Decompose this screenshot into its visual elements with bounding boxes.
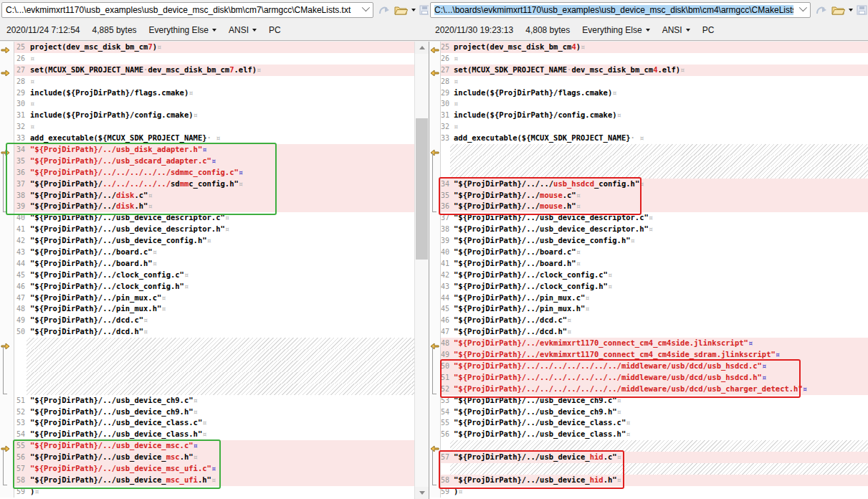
code-row[interactable]: 37"${ProjDirPath}/../../../../../sdmmc_c… bbox=[0, 179, 414, 190]
code-row[interactable]: 45"${ProjDirPath}/../clock_config.c"¤ bbox=[0, 270, 414, 281]
code-row[interactable]: 49"${ProjDirPath}/../dcd.c"¤ bbox=[0, 315, 414, 326]
code-line[interactable]: "${ProjDirPath}/../usb_device_config.h"¤ bbox=[450, 235, 868, 247]
code-row[interactable]: 43"${ProjDirPath}/../board.c"¤ bbox=[0, 247, 414, 258]
code-line[interactable]: "${ProjDirPath}/../../usb_hsdcd_config.h… bbox=[450, 179, 868, 190]
code-row[interactable]: 51"${ProjDirPath}/../../../../../../../m… bbox=[429, 372, 868, 384]
scrollbar-thumb[interactable] bbox=[416, 118, 428, 260]
code-row[interactable]: 33add_executable(${MCUX_SDK_PROJECT_NAME… bbox=[0, 133, 414, 144]
code-row[interactable] bbox=[429, 167, 868, 179]
code-line[interactable]: "${ProjDirPath}/../usb_device_hid.h"¤ bbox=[450, 475, 868, 486]
code-line[interactable]: "${ProjDirPath}/../evkmimxrt1170_connect… bbox=[450, 349, 868, 361]
scroll-up-button[interactable] bbox=[415, 42, 429, 54]
code-line[interactable]: include(${ProjDirPath}/flags.cmake)¤ bbox=[450, 87, 868, 99]
code-row[interactable]: 43"${ProjDirPath}/../clock_config.h"¤ bbox=[429, 281, 868, 293]
missing-lines-filler[interactable] bbox=[450, 167, 868, 179]
code-line[interactable]: "${ProjDirPath}/../usb_device_hid.c"¤ bbox=[450, 452, 868, 463]
code-row[interactable]: 58"${ProjDirPath}/../usb_device_hid.h"¤ bbox=[429, 475, 868, 486]
code-row[interactable]: 42"${ProjDirPath}/../clock_config.c"¤ bbox=[429, 270, 868, 281]
code-row[interactable]: 46"${ProjDirPath}/../dcd.c"¤ bbox=[429, 315, 868, 326]
code-line[interactable]: "${ProjDirPath}/../usb_device_msc_ufi.h"… bbox=[27, 475, 414, 486]
code-line[interactable]: "${ProjDirPath}/../usb_device_msc.h"¤ bbox=[27, 452, 414, 463]
code-line[interactable]: "${ProjDirPath}/../usb_device_config.h"¤ bbox=[27, 235, 414, 247]
code-line[interactable]: "${ProjDirPath}/../clock_config.h"¤ bbox=[27, 281, 414, 293]
code-row[interactable]: 36"${ProjDirPath}/../../../../../sdmmc_c… bbox=[0, 167, 414, 179]
left-file-type-dropdown[interactable]: Everything Else bbox=[149, 25, 216, 35]
code-row[interactable]: 50"${ProjDirPath}/../../../../../../../m… bbox=[429, 361, 868, 372]
missing-lines-filler[interactable] bbox=[450, 156, 868, 167]
code-line[interactable]: ¤ bbox=[27, 76, 414, 87]
code-row[interactable]: 41"${ProjDirPath}/../usb_device_descript… bbox=[0, 224, 414, 235]
right-file-type-dropdown[interactable]: Everything Else bbox=[582, 25, 649, 35]
code-row[interactable]: 40"${ProjDirPath}/../usb_device_descript… bbox=[0, 212, 414, 224]
code-row[interactable]: 39"${ProjDirPath}/../disk.h"¤ bbox=[0, 201, 414, 212]
code-row[interactable]: 48"${ProjDirPath}/../pin_mux.h"¤ bbox=[0, 303, 414, 315]
folder-dropdown-icon[interactable] bbox=[849, 9, 853, 11]
code-line[interactable]: "${ProjDirPath}/../usb_device_class.c"¤ bbox=[27, 417, 414, 429]
code-line[interactable]: "${ProjDirPath}/../mouse.h"¤ bbox=[450, 201, 868, 212]
code-row[interactable] bbox=[429, 156, 868, 167]
open-folder-icon[interactable] bbox=[831, 5, 845, 15]
code-line[interactable]: "${ProjDirPath}/../../../../../../../mid… bbox=[450, 361, 868, 372]
code-line[interactable]: "${ProjDirPath}/../usb_device_descriptor… bbox=[450, 224, 868, 235]
code-line[interactable]: "${ProjDirPath}/../usb_device_msc_ufi.c"… bbox=[27, 463, 414, 475]
code-row[interactable]: 31include(${ProjDirPath}/config.cmake)¤ bbox=[0, 110, 414, 121]
code-row[interactable]: 38"${ProjDirPath}/../usb_device_descript… bbox=[429, 224, 868, 235]
code-row[interactable]: 29include(${ProjDirPath}/flags.cmake)¤ bbox=[429, 87, 868, 99]
left-code-pane[interactable]: 25project(dev_msc_disk_bm_cm7)¤26¤27set(… bbox=[0, 42, 414, 499]
code-row[interactable]: 55"${ProjDirPath}/../usb_device_class.c"… bbox=[429, 417, 868, 429]
code-line[interactable]: "${ProjDirPath}/../disk.c"¤ bbox=[27, 190, 414, 201]
code-line[interactable]: "${ProjDirPath}/../../../../../../../mid… bbox=[450, 384, 868, 395]
left-path-combobox[interactable]: C:\...\evkmimxrt1170\usb_examples\usb_de… bbox=[1, 2, 373, 18]
open-folder-icon[interactable] bbox=[394, 5, 408, 15]
code-line[interactable]: "${ProjDirPath}/../usb_device_descriptor… bbox=[27, 212, 414, 224]
code-line[interactable]: "${ProjDirPath}/../pin_mux.c"¤ bbox=[450, 293, 868, 304]
code-line[interactable]: add_executable(${MCUX_SDK_PROJECT_NAME}·… bbox=[450, 133, 868, 144]
code-line[interactable]: "${ProjDirPath}/../usb_device_ch9.c"¤ bbox=[450, 395, 868, 407]
code-row[interactable]: 39"${ProjDirPath}/../usb_device_config.h… bbox=[429, 235, 868, 247]
missing-lines-filler[interactable] bbox=[450, 144, 868, 156]
code-row[interactable]: 59)¤ bbox=[0, 486, 414, 498]
code-row[interactable]: 52"${ProjDirPath}/../usb_device_ch9.h"¤ bbox=[0, 407, 414, 418]
code-row[interactable]: 37"${ProjDirPath}/../usb_device_descript… bbox=[429, 212, 868, 224]
code-row[interactable]: 26¤ bbox=[0, 53, 414, 65]
left-encoding-dropdown[interactable]: ANSI bbox=[229, 25, 257, 35]
code-line[interactable]: ¤ bbox=[450, 76, 868, 87]
code-line[interactable]: "${ProjDirPath}/../../../../../sdmmc_con… bbox=[27, 167, 414, 179]
code-row[interactable]: 42"${ProjDirPath}/../usb_device_config.h… bbox=[0, 235, 414, 247]
code-row[interactable]: 31include(${ProjDirPath}/config.cmake)¤ bbox=[429, 110, 868, 121]
code-line[interactable]: "${ProjDirPath}/../usb_device_msc.c"¤ bbox=[27, 440, 414, 452]
code-line[interactable]: "${ProjDirPath}/../pin_mux.h"¤ bbox=[27, 303, 414, 315]
code-row[interactable]: 25project(dev_msc_disk_bm_cm7)¤ bbox=[0, 42, 414, 53]
code-row[interactable] bbox=[0, 338, 414, 349]
code-line[interactable]: ¤ bbox=[27, 53, 414, 65]
code-line[interactable]: "${ProjDirPath}/../usb_device_class.h"¤ bbox=[450, 429, 868, 440]
code-line[interactable]: "${ProjDirPath}/../usb_device_descriptor… bbox=[450, 212, 868, 224]
code-line[interactable]: "${ProjDirPath}/../mouse.c"¤ bbox=[450, 190, 868, 201]
code-row[interactable]: 38"${ProjDirPath}/../disk.c"¤ bbox=[0, 190, 414, 201]
code-line[interactable]: "${ProjDirPath}/../dcd.c"¤ bbox=[450, 315, 868, 326]
code-line[interactable]: "${ProjDirPath}/../clock_config.c"¤ bbox=[27, 270, 414, 281]
code-line[interactable]: "${ProjDirPath}/../usb_device_ch9.h"¤ bbox=[27, 407, 414, 418]
code-row[interactable]: 41"${ProjDirPath}/../board.h"¤ bbox=[429, 258, 868, 270]
code-row[interactable]: 56"${ProjDirPath}/../usb_device_class.h"… bbox=[429, 429, 868, 440]
code-line[interactable]: "${ProjDirPath}/../usb_device_class.c"¤ bbox=[450, 417, 868, 429]
code-line[interactable]: "${ProjDirPath}/../board.c"¤ bbox=[450, 247, 868, 258]
code-row[interactable]: 48"${ProjDirPath}/../evkmimxrt1170_conne… bbox=[429, 338, 868, 349]
code-row[interactable]: 58"${ProjDirPath}/../usb_device_msc_ufi.… bbox=[0, 475, 414, 486]
code-line[interactable]: "${ProjDirPath}/../dcd.c"¤ bbox=[27, 315, 414, 326]
vertical-scrollbar[interactable] bbox=[414, 42, 429, 499]
code-line[interactable]: include(${ProjDirPath}/flags.cmake)¤ bbox=[27, 87, 414, 99]
missing-lines-filler[interactable] bbox=[27, 384, 414, 395]
code-line[interactable]: "${ProjDirPath}/../usb_device_ch9.h"¤ bbox=[450, 407, 868, 418]
code-line[interactable]: "${ProjDirPath}/../dcd.h"¤ bbox=[27, 326, 414, 338]
code-line[interactable]: ¤ bbox=[450, 53, 868, 65]
code-row[interactable]: 54"${ProjDirPath}/../usb_device_class.h"… bbox=[0, 429, 414, 440]
missing-lines-filler[interactable] bbox=[27, 338, 414, 349]
code-line[interactable]: "${ProjDirPath}/../evkmimxrt1170_connect… bbox=[450, 338, 868, 349]
code-row[interactable]: 50"${ProjDirPath}/../dcd.h"¤ bbox=[0, 326, 414, 338]
copy-curved-arrow-icon[interactable] bbox=[816, 5, 828, 15]
missing-lines-filler[interactable] bbox=[450, 440, 868, 452]
code-row[interactable] bbox=[429, 440, 868, 452]
right-path-combobox[interactable]: C:\...\boards\evkmimxrt1170\usb_examples… bbox=[430, 2, 811, 18]
code-line[interactable]: set(MCUX_SDK_PROJECT_NAME·dev_msc_disk_b… bbox=[450, 65, 868, 76]
